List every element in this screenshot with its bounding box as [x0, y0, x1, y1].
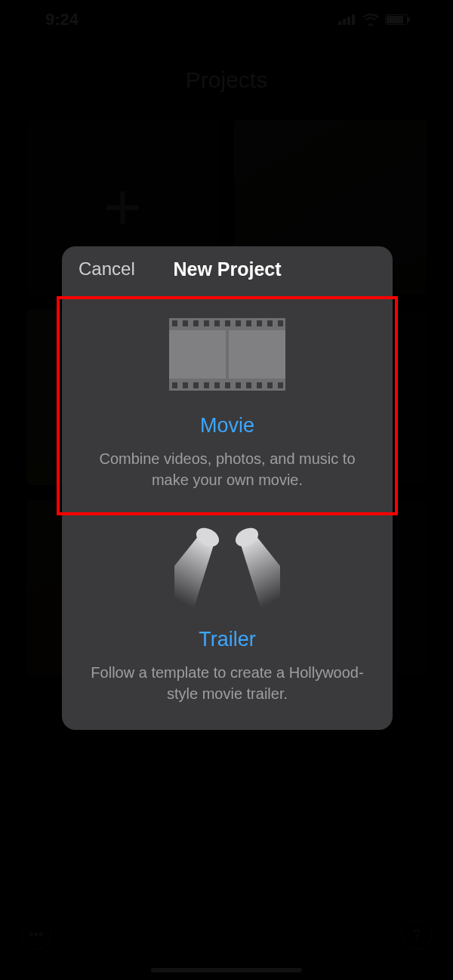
- trailer-option-description: Follow a template to create a Hollywood-…: [88, 662, 367, 704]
- spotlight-icon: [88, 527, 367, 610]
- trailer-option[interactable]: Trailer Follow a template to create a Ho…: [62, 516, 393, 730]
- sheet-header: Cancel New Project: [62, 246, 393, 290]
- movie-option-title: Movie: [88, 414, 367, 437]
- movie-option-description: Combine videos, photos, and music to mak…: [88, 448, 367, 490]
- trailer-option-title: Trailer: [88, 628, 367, 651]
- filmstrip-icon: [88, 313, 367, 396]
- movie-option[interactable]: Movie Combine videos, photos, and music …: [62, 290, 393, 516]
- new-project-sheet: Cancel New Project Movie Combine videos,…: [62, 246, 393, 730]
- cancel-button[interactable]: Cancel: [79, 258, 135, 280]
